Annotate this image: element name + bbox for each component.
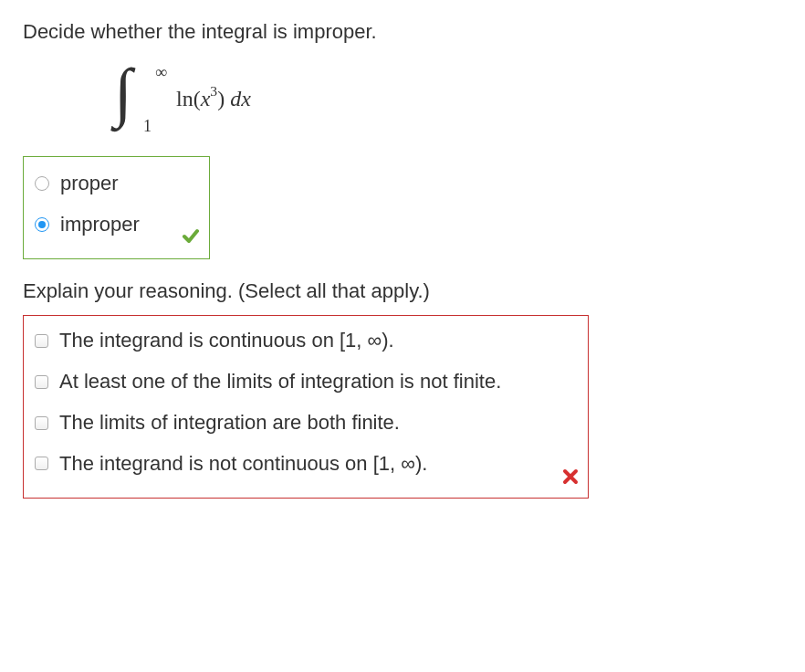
integral-lower-limit: 1 [143,115,152,138]
radio-circle-unselected [35,176,49,191]
integrand-var: x [201,87,211,110]
integrand: ln(x3) dx [176,83,251,115]
integral-sign: ∫ [114,60,132,124]
checkbox-option-4[interactable]: The integrand is not continuous on [1, ∞… [35,450,573,478]
radio-inner-dot [38,221,46,228]
reasoning-prompt: Explain your reasoning. (Select all that… [23,278,782,306]
integrand-exponent: 3 [210,83,217,99]
integrand-func-prefix: ln( [176,87,201,110]
check-icon [182,226,200,254]
checkbox-square [35,375,48,389]
checkbox-label-3: The limits of integration are both finit… [59,409,400,437]
reasoning-checkbox-group: The integrand is continuous on [1, ∞). A… [23,315,589,499]
answer-radio-group: proper improper [23,156,210,260]
checkbox-square [35,416,48,430]
x-icon [562,465,579,493]
integrand-func-suffix: ) [217,87,230,110]
checkbox-label-4: The integrand is not continuous on [1, ∞… [59,450,427,478]
integrand-dvar: dx [230,87,251,110]
checkbox-option-2[interactable]: At least one of the limits of integratio… [35,368,573,396]
checkbox-square [35,334,48,348]
radio-circle-selected [35,217,49,232]
radio-option-improper[interactable]: improper [35,211,193,239]
checkbox-option-3[interactable]: The limits of integration are both finit… [35,409,573,437]
checkbox-option-1[interactable]: The integrand is continuous on [1, ∞). [35,327,573,355]
checkbox-label-2: At least one of the limits of integratio… [59,368,501,396]
integral-upper-limit: ∞ [155,61,167,84]
question-prompt: Decide whether the integral is improper. [23,18,782,47]
checkbox-square [35,457,48,470]
checkbox-label-1: The integrand is continuous on [1, ∞). [59,327,394,355]
radio-label-proper: proper [60,170,119,198]
radio-option-proper[interactable]: proper [35,170,193,198]
radio-label-improper: improper [60,211,140,239]
integral-expression: ∫ ∞ 1 ln(x3) dx [114,65,782,138]
